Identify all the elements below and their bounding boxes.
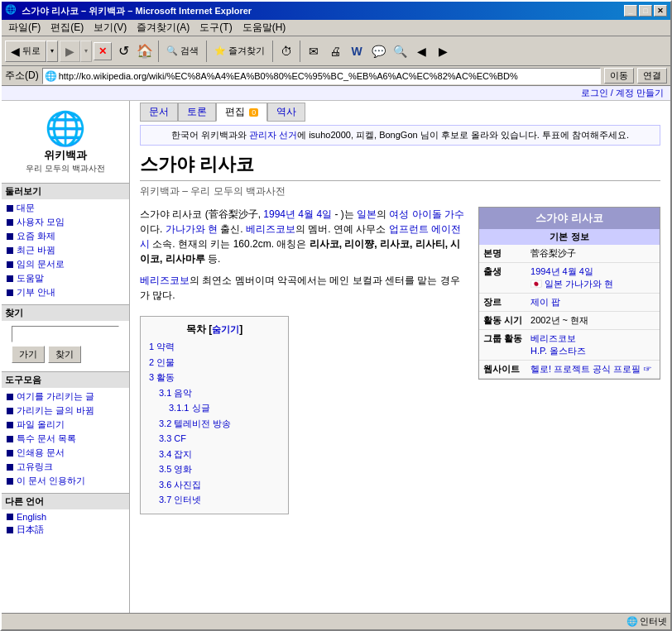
toc-link-32[interactable]: 3.2 텔레비전 방송 — [159, 418, 231, 428]
address-input[interactable] — [59, 71, 598, 81]
back2-icon[interactable]: ◀ — [411, 41, 431, 61]
back-button[interactable]: ◀ 뒤로 — [5, 41, 46, 62]
infobox-row-website: 웹사이트 헬로! 프로젝트 공식 프로필 ☞ — [479, 361, 660, 379]
birthplace-link[interactable]: 일본 가나가와 현 — [545, 279, 613, 289]
menu-tools[interactable]: 도구(T) — [194, 19, 237, 36]
toc-link-36[interactable]: 3.6 사진집 — [159, 480, 201, 490]
print-icon[interactable]: 🖨 — [325, 41, 345, 61]
berryz-link2[interactable]: 베리즈코보 — [140, 275, 190, 286]
sidebar-item-upload[interactable]: 파일 올리기 — [7, 418, 124, 432]
status-right: 🌐 인터넷 — [626, 615, 667, 628]
home-button[interactable]: 🏠 — [135, 41, 155, 61]
tab-edit[interactable]: 편집 0 — [216, 103, 267, 122]
date-link[interactable]: 1994년 4월 4일 — [263, 208, 332, 220]
sidebar-item-japanese[interactable]: 日本語 — [7, 523, 124, 537]
menu-favorites[interactable]: 즐겨찾기(A) — [132, 19, 194, 36]
sidebar-item-recent[interactable]: 최근 바뀜 — [7, 243, 124, 257]
website-link[interactable]: 헬로! 프로젝트 공식 프로필 ☞ — [530, 364, 652, 374]
discuss-icon[interactable]: 💬 — [368, 41, 388, 61]
toc-item-32: 3.2 텔레비전 방송 — [159, 417, 280, 431]
tab-history[interactable]: 역사 — [267, 103, 305, 122]
refresh-button[interactable]: ↺ — [113, 41, 133, 61]
find-button[interactable]: 찾기 — [48, 346, 81, 363]
menu-view[interactable]: 보기(V) — [89, 19, 132, 36]
word-icon[interactable]: W — [347, 41, 367, 61]
toc-hide-button[interactable]: 숨기기 — [212, 324, 239, 334]
infobox-value-active: 2002년 ~ 현재 — [526, 312, 660, 330]
back-button-group[interactable]: ◀ 뒤로 ▾ — [5, 41, 58, 62]
tools-section-title: 도구모음 — [2, 371, 129, 388]
menu-help[interactable]: 도움말(H) — [238, 19, 291, 36]
minimize-button[interactable]: _ — [624, 5, 637, 17]
sidebar-item-english[interactable]: English — [7, 511, 124, 523]
admin-election-link[interactable]: 관리자 선거 — [249, 130, 297, 140]
sidebar-item-relatedchanges[interactable]: 가리키는 글의 바뀜 — [7, 404, 124, 418]
connect-button[interactable]: 연결 — [637, 68, 667, 84]
search-button[interactable]: 🔍 검색 — [162, 41, 203, 61]
close-button[interactable]: ✕ — [654, 5, 667, 17]
forward-dropdown[interactable]: ▾ — [80, 41, 92, 62]
search2-icon[interactable]: 🔍 — [390, 41, 410, 61]
maximize-button[interactable]: □ — [639, 5, 652, 17]
bullet-icon — [7, 436, 13, 442]
group1-link[interactable]: 베리즈코보 — [530, 333, 576, 343]
login-link[interactable]: 로그인 / 계정 만들기 — [581, 87, 664, 99]
birth-date-link[interactable]: 1994년 4월 4일 — [530, 266, 593, 276]
menu-file[interactable]: 파일(F) — [3, 19, 46, 36]
address-input-wrapper[interactable]: 🌐 — [42, 68, 601, 84]
back-dropdown[interactable]: ▾ — [46, 41, 58, 62]
forward-button-group[interactable]: ▶ ▾ — [60, 41, 92, 62]
sidebar-item-main[interactable]: 대문 — [7, 201, 124, 215]
toc-link-37[interactable]: 3.7 인터넷 — [159, 495, 201, 504]
history-icon[interactable]: ⏱ — [276, 41, 296, 61]
tab-discussion[interactable]: 토론 — [178, 103, 216, 122]
toc-link-2[interactable]: 2 인물 — [149, 357, 175, 367]
berryz-link[interactable]: 베리즈코보 — [246, 223, 295, 235]
go-search-button[interactable]: 가기 — [12, 346, 45, 363]
infobox-title: 스가야 리사코 — [479, 208, 660, 229]
bullet-icon — [7, 464, 13, 471]
sidebar-item-permalink[interactable]: 고유링크 — [7, 460, 124, 474]
sidebar-item-help[interactable]: 도움말 — [7, 271, 124, 285]
wiki-logo: 🌐 위키백과 우리 모두의 백과사전 — [2, 104, 129, 178]
group2-link[interactable]: H.P. 올스타즈 — [530, 346, 586, 356]
infobox-value-birth: 1994년 4월 4일 🇯🇵 일본 가나가와 현 — [526, 263, 660, 294]
toc-item-33: 3.3 CF — [159, 432, 280, 446]
mail-icon[interactable]: ✉ — [304, 41, 324, 61]
menu-edit[interactable]: 편집(E) — [46, 19, 89, 36]
toc-link-34[interactable]: 3.4 잡지 — [159, 449, 192, 459]
kanagawa-link[interactable]: 가나가와 현 — [166, 223, 218, 235]
article-subtitle: 위키백과 – 우리 모두의 백과사전 — [140, 184, 660, 198]
toc-link-33[interactable]: 3.3 CF — [159, 433, 186, 443]
sidebar-item-current[interactable]: 요즘 화제 — [7, 229, 124, 243]
toc-link-311[interactable]: 3.1.1 싱글 — [169, 403, 210, 413]
toolbar-separator-4 — [300, 41, 300, 62]
sidebar-item-community[interactable]: 사용자 모임 — [7, 215, 124, 229]
go-button[interactable]: 이동 — [604, 68, 634, 84]
tab-article[interactable]: 문서 — [140, 103, 178, 122]
notice-bar: 한국어 위키백과와 관리자 선거에 isuho2000, 피켈, BongGon… — [140, 125, 660, 146]
forward2-icon[interactable]: ▶ — [433, 41, 453, 61]
genre-link[interactable]: 제이 팝 — [530, 297, 560, 307]
stop-button[interactable]: ✕ — [94, 42, 112, 60]
sidebar-item-cite[interactable]: 이 문서 인용하기 — [7, 474, 124, 488]
toc-link-35[interactable]: 3.5 영화 — [159, 464, 192, 474]
toc-link-1[interactable]: 1 약력 — [149, 342, 175, 351]
female-link[interactable]: 여성 — [389, 208, 409, 220]
sidebar-item-random[interactable]: 임의 문서로 — [7, 257, 124, 271]
flag-icon: 🇯🇵 — [530, 279, 542, 289]
forward-button[interactable]: ▶ — [60, 41, 80, 62]
sidebar-item-printable[interactable]: 인쇄용 문서 — [7, 446, 124, 460]
toc-link-3[interactable]: 3 활동 — [149, 372, 175, 382]
search-input[interactable] — [12, 326, 119, 342]
infobox-label-birth: 출생 — [479, 263, 526, 294]
infobox-label-genre: 장르 — [479, 294, 526, 312]
sidebar-item-donate[interactable]: 기부 안내 — [7, 285, 124, 299]
sidebar-item-whatlinkshere[interactable]: 여기를 가리키는 글 — [7, 390, 124, 404]
japan-link[interactable]: 일본 — [357, 208, 377, 220]
idol-link[interactable]: 아이돌 가수 — [412, 208, 464, 220]
favorites-button[interactable]: ⭐ 즐겨찾기 — [210, 41, 269, 61]
window-controls[interactable]: _ □ ✕ — [624, 5, 667, 17]
toc-link-31[interactable]: 3.1 음악 — [159, 388, 192, 398]
sidebar-item-specialpages[interactable]: 특수 문서 목록 — [7, 432, 124, 446]
